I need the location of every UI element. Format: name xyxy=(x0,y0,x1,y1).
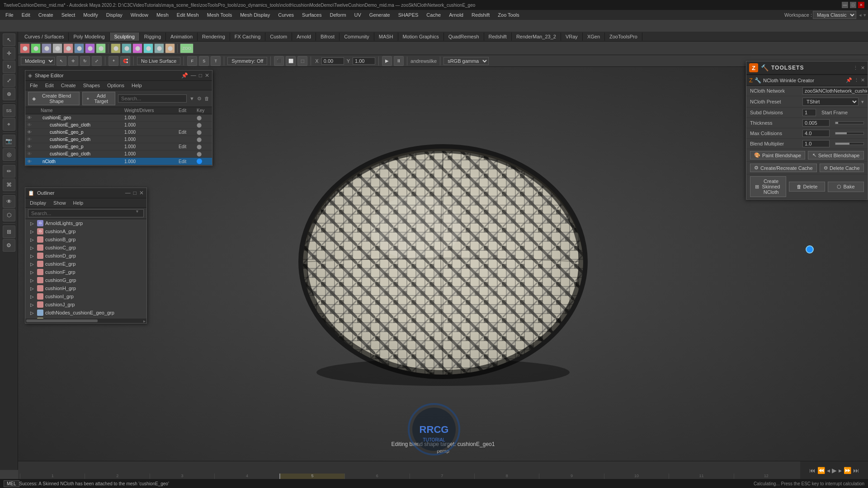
eye-icon-5[interactable]: 👁 xyxy=(27,144,41,149)
menu-mesh-tools[interactable]: Mesh Tools xyxy=(203,11,236,19)
timeline-end-button[interactable]: ⏭ xyxy=(853,467,859,474)
shape-editor-close[interactable]: ✕ xyxy=(205,72,209,79)
shape-row-5[interactable]: 👁 cushionE_geo_p 1.000 Edit ⬤ xyxy=(25,143,212,150)
se-menu-shapes[interactable]: Shapes xyxy=(80,82,103,89)
outliner-item-cushionI[interactable]: ▷ cushionI_grp xyxy=(25,292,146,300)
shelf-icon-4[interactable]: ⬤ xyxy=(52,43,62,53)
symmetry-button[interactable]: Symmetry: Off xyxy=(227,57,267,65)
paint-tool-icon[interactable]: ✏ xyxy=(3,165,15,178)
shape-edit-7[interactable]: Edit xyxy=(179,159,197,164)
eye-icon-3[interactable]: 👁 xyxy=(27,130,41,135)
add-target-button[interactable]: + Add Target xyxy=(82,92,115,105)
shelf-icon-1[interactable]: ⬤ xyxy=(20,43,30,53)
tool-3[interactable]: ↻ xyxy=(80,56,90,66)
workspace-dropdown[interactable]: Maya Classic xyxy=(813,11,856,19)
timeline-prev-frame[interactable]: ⏪ xyxy=(817,467,825,474)
outliner-item-cushionD[interactable]: ▷ cushionD_grp xyxy=(25,252,146,260)
se-menu-file[interactable]: File xyxy=(27,82,41,89)
bake-button[interactable]: ⬡ Bake xyxy=(828,182,864,192)
outliner-hscroll-thumb[interactable] xyxy=(26,319,98,322)
menu-edit-mesh[interactable]: Edit Mesh xyxy=(173,11,203,19)
settings2-icon[interactable]: ⚙ xyxy=(3,239,15,252)
shape-editor-maximize[interactable]: □ xyxy=(199,72,202,79)
menu-mesh-display[interactable]: Mesh Display xyxy=(236,11,274,19)
outliner-item-arnoldlights[interactable]: ▷ G ArnoldLights_grp xyxy=(25,219,146,227)
outliner-item-cushionG[interactable]: ▷ cushionG_grp xyxy=(25,276,146,284)
ncloth-preset-dropdown[interactable]: TShirt xyxy=(802,98,859,106)
shelf-icon-7[interactable]: ⬤ xyxy=(85,43,95,53)
timeline-track[interactable]: 1 2 3 4 5 6 7 8 9 10 11 12 xyxy=(18,461,800,479)
outliner-item-cushionC[interactable]: ▷ cushionC_grp xyxy=(25,244,146,252)
ncloth-network-input[interactable] xyxy=(802,87,868,94)
menu-mesh[interactable]: Mesh xyxy=(153,11,172,19)
menu-generate[interactable]: Generate xyxy=(366,11,394,19)
shelf-icon-15[interactable]: ZOO xyxy=(180,43,193,53)
sculpt-icon[interactable]: ⌘ xyxy=(3,178,15,191)
camera-side[interactable]: S xyxy=(199,56,209,66)
shape-edit-3[interactable]: Edit xyxy=(179,130,197,135)
ncloth-preset-down[interactable]: ▾ xyxy=(861,99,864,105)
shelf-icon-8[interactable]: ⬤ xyxy=(96,43,106,53)
mel-label[interactable]: MEL xyxy=(4,480,19,487)
outliner-item-clothnodes[interactable]: ▷ clothNodes_cushionE_geo_grp xyxy=(25,309,146,317)
shape-row-4[interactable]: 👁 cushionE_geo_cloth 1.000 ⬤ xyxy=(25,136,212,143)
create-cache-button[interactable]: ⚙ Create/Recreate Cache xyxy=(750,164,817,172)
grid-icon[interactable]: ⊞ xyxy=(3,225,15,238)
menu-deform[interactable]: Deform xyxy=(326,11,349,19)
eye-icon-6[interactable]: 👁 xyxy=(27,151,41,156)
shaded-tool[interactable]: ⬜ xyxy=(286,56,296,66)
shelf-tab-quadremesh[interactable]: QuadRemesh xyxy=(444,33,484,41)
ncloth-menu-icon[interactable]: ⋮ xyxy=(854,77,859,83)
outliner-item-cushionE[interactable]: ▷ cushionE_grp xyxy=(25,260,146,268)
delete-button[interactable]: 🗑 Delete xyxy=(789,182,825,192)
shape-search-input[interactable] xyxy=(118,94,187,103)
universal-manip-icon[interactable]: ⊕ xyxy=(3,88,15,100)
menu-surfaces[interactable]: Surfaces xyxy=(298,11,325,19)
shape-row-6[interactable]: 👁 cushionE_geo_cloth 1.000 ⬤ xyxy=(25,150,212,158)
timeline-play-button[interactable]: ▶ xyxy=(832,467,837,474)
timeline-step-fwd[interactable]: ▸ xyxy=(839,467,842,474)
shape-row-2[interactable]: 👁 cushionE_geo_cloth 1.000 ⬤ xyxy=(25,122,212,129)
shelf-tab-redshift[interactable]: Redshift xyxy=(484,33,512,41)
outliner-search-input[interactable] xyxy=(28,209,144,217)
menu-zoo-tools[interactable]: Zoo Tools xyxy=(494,11,523,19)
shelf-icon-5[interactable]: ⬤ xyxy=(63,43,73,53)
shelf-tab-poly[interactable]: Poly Modeling xyxy=(69,33,109,41)
shelf-tab-custom[interactable]: Custom xyxy=(265,33,292,41)
ncloth-collisions-input[interactable] xyxy=(802,130,830,137)
trash-icon[interactable]: 🗑 xyxy=(204,96,209,101)
timeline-next-frame[interactable]: ⏩ xyxy=(844,467,851,474)
shelf-tab-sculpting[interactable]: Sculpting xyxy=(110,33,140,41)
shelf-tab-bifrost[interactable]: Bifrost xyxy=(316,33,340,41)
menu-display[interactable]: Display xyxy=(103,11,126,19)
shelf-tab-vray[interactable]: VRay xyxy=(561,33,583,41)
tool-4[interactable]: ⤢ xyxy=(92,56,102,66)
outliner-close[interactable]: ✕ xyxy=(139,190,144,196)
shelf-tab-curves[interactable]: Curves / Surfaces xyxy=(20,33,69,41)
shape-editor-pin[interactable]: 📌 xyxy=(181,72,188,79)
menu-redshift[interactable]: Redshift xyxy=(468,11,493,19)
snap-tool[interactable]: ⌖ xyxy=(108,56,118,66)
camera-front[interactable]: F xyxy=(187,56,197,66)
timeline-step-back[interactable]: ◂ xyxy=(827,467,830,474)
minimize-button[interactable]: — xyxy=(842,2,848,8)
outliner-hscrollbar[interactable]: ▸ xyxy=(25,319,146,323)
shelf-tab-rigging[interactable]: Rigging xyxy=(140,33,166,41)
shelf-tab-rendering[interactable]: Rendering xyxy=(198,33,230,41)
play-icon[interactable]: ▶ xyxy=(382,56,392,66)
outliner-item-cushionF[interactable]: ▷ cushionF_grp xyxy=(25,268,146,276)
snap-icon[interactable]: ⌖ xyxy=(3,118,15,131)
ncloth-subd-input[interactable] xyxy=(802,109,816,116)
menu-window[interactable]: Window xyxy=(127,11,152,19)
coord-x-input[interactable] xyxy=(321,57,344,65)
se-menu-options[interactable]: Options xyxy=(104,82,127,89)
shelf-tab-motion[interactable]: Motion Graphics xyxy=(398,33,444,41)
menu-uv[interactable]: UV xyxy=(351,11,365,19)
outliner-item-cushionA[interactable]: ▷ G cushionA_grp xyxy=(25,227,146,235)
shelf-icon-14[interactable]: ⬤ xyxy=(165,43,175,53)
shape-row-3[interactable]: 👁 cushionE_geo_p 1.000 Edit ⬤ xyxy=(25,129,212,136)
menu-select[interactable]: Select xyxy=(58,11,79,19)
outliner-maximize[interactable]: □ xyxy=(133,190,137,196)
ncloth-close-icon[interactable]: ✕ xyxy=(861,77,865,83)
shape-row-1[interactable]: 👁 cushionE_geo 1.000 ⬤ xyxy=(25,114,212,122)
